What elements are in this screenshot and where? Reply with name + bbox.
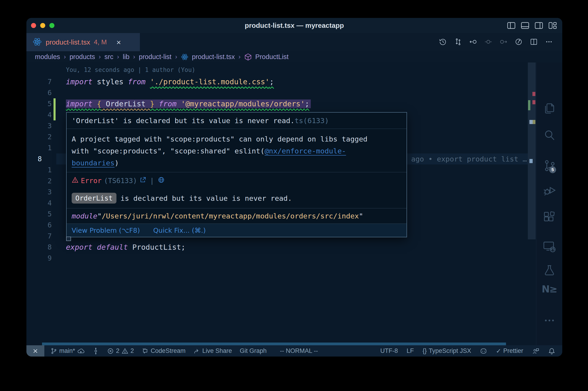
problems-item[interactable]: 2 2 [107, 347, 134, 355]
line-number: 7 [26, 76, 66, 87]
more-actions-icon[interactable] [545, 38, 553, 47]
open-external-icon[interactable] [139, 177, 146, 185]
symbol-chip: OrderList [72, 193, 116, 203]
feedback-item[interactable] [532, 348, 539, 355]
brace: { [97, 99, 101, 108]
title-bar: product-list.tsx — myreactapp [26, 18, 562, 33]
nx-console-icon[interactable]: N≥ [542, 284, 557, 295]
code-editor[interactable]: 7 6 5 4 3 2 1 8 1 2 3 4 5 6 7 8 9 ago • … [26, 63, 536, 345]
breadcrumb-lib[interactable]: lib [123, 53, 130, 61]
globe-icon[interactable] [158, 177, 165, 185]
react-file-icon [181, 53, 189, 61]
extensions-icon[interactable] [543, 211, 556, 225]
more-views-icon[interactable] [543, 314, 556, 328]
view-problem-action[interactable]: View Problem (⌥F8) [72, 226, 140, 234]
keyword: import [66, 77, 92, 86]
tab-problem-badge: 4, M [94, 38, 107, 46]
line-number: 2 [26, 131, 66, 142]
keyword: export default [66, 243, 132, 252]
git-graph-label: Git Graph [240, 347, 267, 355]
language-label: TypeScript JSX [429, 347, 471, 355]
next-change-icon[interactable] [499, 38, 507, 47]
explorer-icon[interactable] [543, 102, 556, 116]
vim-mode-label: -- NORMAL -- [280, 347, 318, 355]
toggle-secondary-sidebar-icon[interactable] [535, 22, 543, 29]
history-icon[interactable] [439, 38, 447, 47]
problem-hover-popup: 'OrderList' is declared but its value is… [66, 112, 407, 237]
copilot-item[interactable] [480, 348, 487, 355]
error-marker [532, 100, 535, 104]
sync-cloud-icon [77, 348, 84, 355]
breadcrumb-modules[interactable]: modules [35, 53, 60, 61]
language-item[interactable]: {} TypeScript JSX [423, 347, 471, 355]
vertical-scrollbar[interactable] [528, 63, 536, 239]
diagnostic-message: 'OrderList' is declared but its value is… [72, 116, 295, 125]
warning-count: 2 [130, 347, 134, 355]
remote-explorer-icon[interactable] [543, 240, 556, 254]
check-icon: ✓ [496, 347, 501, 355]
eslint-rule-link[interactable]: @nx/enforce-module- [265, 147, 346, 155]
space [146, 77, 150, 86]
keyword: from [128, 77, 146, 86]
git-codelens[interactable]: You, 12 seconds ago | 1 author (You) [66, 65, 195, 75]
selection-marker [529, 159, 533, 163]
vim-mode-indicator[interactable]: -- NORMAL -- [280, 347, 318, 355]
notifications-item[interactable] [548, 347, 555, 355]
person-feedback-icon [532, 348, 539, 355]
live-share-item[interactable]: Live Share [193, 347, 232, 355]
chevron-right-icon: › [98, 53, 101, 60]
tab-close-icon[interactable]: × [116, 38, 121, 46]
commit-graph-item[interactable] [92, 348, 99, 355]
punctuation: ; [181, 243, 185, 252]
window-title: product-list.tsx — myreactapp [26, 22, 562, 29]
breadcrumb-src[interactable]: src [104, 53, 113, 61]
run-debug-icon[interactable] [543, 184, 556, 198]
git-graph-item[interactable]: Git Graph [240, 347, 267, 355]
breadcrumb-product-list[interactable]: product-list [139, 53, 171, 61]
horizontal-scrollbar[interactable] [42, 343, 506, 345]
eslint-diagnostic: A project tagged with "scope:products" c… [67, 129, 407, 172]
chevron-right-icon: › [63, 53, 66, 60]
encoding-item[interactable]: UTF-8 [380, 347, 398, 355]
share-icon [193, 348, 200, 355]
search-icon[interactable] [543, 129, 556, 143]
punctuation: ; [305, 99, 309, 108]
git-modified-gutter-bar [54, 98, 56, 120]
customize-layout-icon[interactable] [549, 22, 557, 29]
line-number: 2 [26, 176, 66, 187]
popup-resize-handle[interactable] [66, 237, 71, 241]
breadcrumb-products[interactable]: products [70, 53, 95, 61]
identifier: ProductList [132, 243, 181, 252]
toggle-sidebar-icon[interactable] [507, 22, 515, 29]
breadcrumb-symbol[interactable]: ProductList [255, 53, 288, 61]
source-control-badge: 5 [549, 166, 556, 173]
status-bar: main* 2 2 CodeStream Live Share Git Grap… [26, 345, 562, 357]
line-number: 4 [26, 109, 66, 120]
eslint-text: A project tagged with "scope:products" c… [72, 135, 367, 143]
toggle-panel-icon[interactable] [521, 22, 529, 29]
eslint-rule-link[interactable]: boundaries [72, 159, 115, 167]
split-editor-icon[interactable] [530, 38, 538, 47]
test-beaker-icon[interactable] [543, 264, 556, 278]
compare-changes-icon[interactable] [454, 38, 462, 47]
identifier: styles [92, 77, 128, 86]
breadcrumb-file[interactable]: product-list.tsx [192, 53, 235, 61]
activity-bar: 5 N≥ 1 [536, 63, 562, 345]
timeline-icon[interactable] [514, 38, 523, 47]
quote: " [97, 212, 102, 220]
previous-change-icon[interactable] [469, 38, 477, 47]
quote: " [359, 212, 363, 220]
tab-product-list[interactable]: product-list.tsx 4, M × [26, 33, 140, 51]
remote-indicator[interactable] [26, 345, 44, 357]
git-branch-item[interactable]: main* [50, 347, 84, 355]
chevron-right-icon: › [174, 53, 177, 60]
prettier-item[interactable]: ✓ Prettier [496, 347, 523, 355]
quick-fix-action[interactable]: Quick Fix... (⌘.) [153, 226, 206, 234]
current-change-icon[interactable] [484, 38, 493, 47]
codestream-item[interactable]: CodeStream [142, 347, 186, 355]
braces-icon: {} [423, 347, 427, 355]
eol-item[interactable]: LF [407, 347, 414, 355]
codestream-label: CodeStream [151, 347, 186, 355]
line-number: 1 [26, 165, 66, 176]
encoding-label: UTF-8 [380, 347, 398, 355]
